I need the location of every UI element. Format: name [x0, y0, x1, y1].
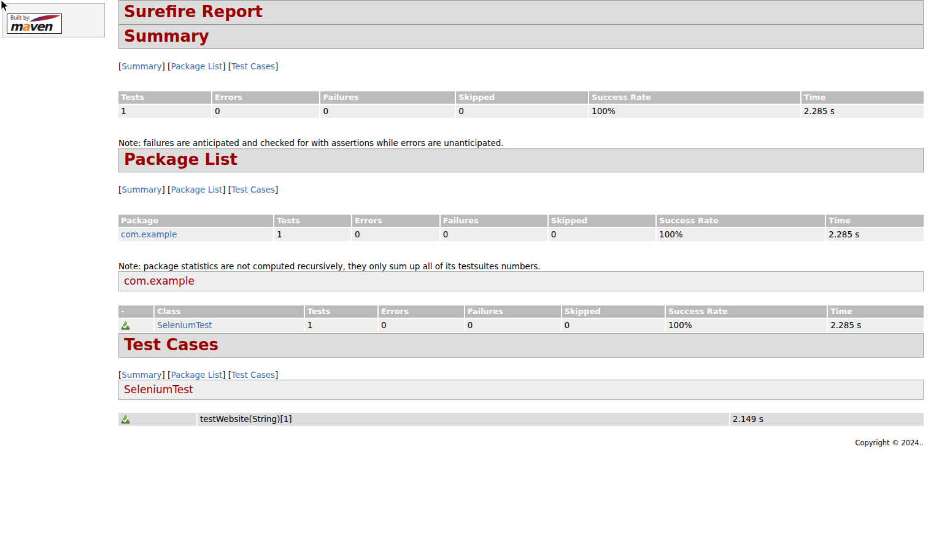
nav-links-test-cases: [Summary] [Package List] [Test Cases] — [118, 370, 924, 380]
cell-package: com.example — [118, 228, 273, 241]
col-header-failures: Failures — [441, 215, 547, 227]
cell-failures: 0 — [441, 228, 547, 241]
col-header-failures: Failures — [465, 305, 561, 318]
cell-errors: 0 — [379, 319, 464, 332]
cell-success-rate: 100% — [589, 105, 800, 118]
cell-failures: 0 — [465, 319, 561, 332]
test-case-row: testWebsite(String)[1] 2.149 s — [118, 413, 924, 426]
bracket: ] — [162, 370, 165, 380]
col-header-skipped: Skipped — [562, 305, 665, 318]
package-link[interactable]: com.example — [121, 229, 177, 239]
section-title-package-list: Package List — [118, 148, 924, 172]
col-header-tests: Tests — [118, 91, 211, 104]
nav-links-package-list: [Summary] [Package List] [Test Cases] — [118, 185, 924, 194]
subsection-title-package: com.example — [118, 271, 924, 291]
summary-note: Note: failures are anticipated and check… — [118, 138, 924, 148]
cell-success-rate: 100% — [666, 319, 827, 332]
cell-test-name: testWebsite(String)[1] — [198, 413, 729, 426]
cell-test-time: 2.149 s — [730, 413, 924, 426]
col-header-success-rate: Success Rate — [589, 91, 800, 104]
package-list-table: Package Tests Errors Failures Skipped Su… — [117, 213, 925, 242]
bracket: ] — [222, 185, 225, 194]
maven-brand-text: maven — [10, 20, 52, 33]
cell-tests: 1 — [118, 105, 211, 118]
copyright-text: Copyright © 2024.. — [855, 439, 924, 447]
cell-skipped: 0 — [562, 319, 665, 332]
page-title: Surefire Report — [118, 0, 924, 25]
summary-table-row: 1 0 0 0 100% 2.285 s — [118, 105, 924, 118]
cell-time: 2.285 s — [802, 105, 924, 118]
cell-status — [118, 319, 153, 332]
nav-link-summary[interactable]: Summary — [122, 185, 161, 194]
maven-brand-ven: ven — [29, 19, 51, 34]
cell-status — [118, 413, 196, 426]
success-icon — [121, 321, 130, 330]
cell-success-rate: 100% — [657, 228, 825, 241]
maven-brand-a: a — [21, 19, 29, 34]
success-icon — [121, 415, 130, 424]
bracket: ] — [162, 185, 165, 194]
col-header-success-rate: Success Rate — [666, 305, 827, 318]
section-title-test-cases: Test Cases — [118, 333, 924, 358]
package-class-row: SeleniumTest 1 0 0 0 100% 2.285 s — [118, 319, 924, 332]
cell-time: 2.285 s — [826, 228, 924, 241]
cell-tests: 1 — [305, 319, 377, 332]
col-header-time: Time — [828, 305, 924, 318]
class-link[interactable]: SeleniumTest — [157, 320, 212, 330]
cell-failures: 0 — [320, 105, 455, 118]
col-header-time: Time — [802, 91, 924, 104]
nav-link-package-list[interactable]: Package List — [171, 370, 222, 380]
bracket: ] — [275, 61, 278, 71]
subsection-title-suite: SeleniumTest — [118, 380, 924, 399]
cell-time: 2.285 s — [828, 319, 924, 332]
col-header-failures: Failures — [320, 91, 455, 104]
bracket: ] — [275, 370, 278, 380]
bracket: ] — [222, 370, 225, 380]
col-header-class: Class — [155, 305, 304, 318]
cell-tests: 1 — [274, 228, 351, 241]
surefire-report-page: Built by: maven Surefire Report Summary — [0, 0, 931, 560]
nav-link-summary[interactable]: Summary — [122, 61, 161, 71]
package-classes-header-row: - Class Tests Errors Failures Skipped Su… — [118, 305, 924, 318]
nav-links-summary: [Summary] [Package List] [Test Cases] — [118, 61, 924, 71]
col-header-status: - — [118, 305, 153, 318]
col-header-package: Package — [118, 215, 273, 227]
summary-table: Tests Errors Failures Skipped Success Ra… — [117, 90, 925, 119]
test-cases-table: testWebsite(String)[1] 2.149 s — [117, 412, 925, 428]
maven-brand-m: m — [10, 19, 21, 34]
left-sidebar: Built by: maven — [2, 3, 105, 37]
col-header-errors: Errors — [212, 91, 319, 104]
package-classes-table: - Class Tests Errors Failures Skipped Su… — [117, 304, 925, 334]
mouse-cursor — [1, 0, 9, 12]
report-body: Surefire Report Summary [Summary] [Packa… — [118, 0, 924, 427]
nav-link-package-list[interactable]: Package List — [171, 185, 222, 194]
page-footer: Copyright © 2024.. — [118, 439, 924, 472]
summary-table-header-row: Tests Errors Failures Skipped Success Ra… — [118, 91, 924, 104]
cell-errors: 0 — [352, 228, 439, 241]
col-header-errors: Errors — [379, 305, 464, 318]
bracket: ] — [275, 185, 278, 194]
package-list-header-row: Package Tests Errors Failures Skipped Su… — [118, 215, 924, 227]
nav-link-package-list[interactable]: Package List — [171, 61, 222, 71]
nav-link-test-cases[interactable]: Test Cases — [231, 370, 275, 380]
cell-errors: 0 — [212, 105, 319, 118]
col-header-tests: Tests — [305, 305, 377, 318]
nav-link-summary[interactable]: Summary — [122, 370, 161, 380]
col-header-success-rate: Success Rate — [657, 215, 825, 227]
col-header-errors: Errors — [352, 215, 439, 227]
maven-logo[interactable]: Built by: maven — [7, 13, 62, 34]
cell-skipped: 0 — [549, 228, 655, 241]
bracket: ] — [222, 61, 225, 71]
package-list-note: Note: package statistics are not compute… — [118, 261, 924, 271]
nav-link-test-cases[interactable]: Test Cases — [231, 61, 275, 71]
cell-class: SeleniumTest — [155, 319, 304, 332]
col-header-skipped: Skipped — [456, 91, 588, 104]
section-title-summary: Summary — [118, 25, 924, 49]
col-header-tests: Tests — [274, 215, 351, 227]
nav-link-test-cases[interactable]: Test Cases — [231, 185, 275, 194]
col-header-skipped: Skipped — [549, 215, 655, 227]
cell-skipped: 0 — [456, 105, 588, 118]
bracket: ] — [162, 61, 165, 71]
package-list-row: com.example 1 0 0 0 100% 2.285 s — [118, 228, 924, 241]
col-header-time: Time — [826, 215, 924, 227]
